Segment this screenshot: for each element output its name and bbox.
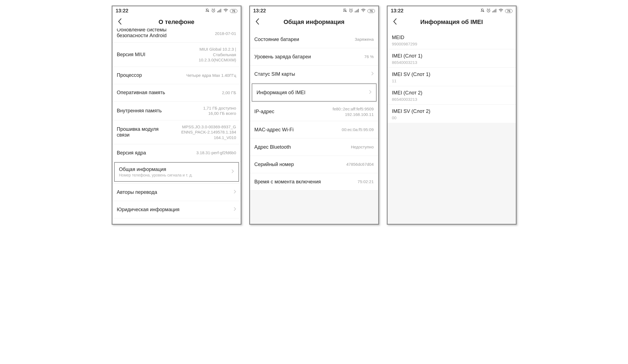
header: Общая информация — [250, 14, 378, 31]
signal-icon — [355, 9, 359, 13]
battery-indicator: 76 — [230, 9, 237, 13]
svg-rect-9 — [357, 10, 358, 12]
back-button[interactable] — [253, 18, 262, 26]
row-storage[interactable]: Внутренняя память 1,71 ГБ доступно16,00 … — [112, 102, 241, 120]
page-title: Общая информация — [262, 18, 366, 26]
row-serial-number[interactable]: Серийный номер 47856dc67d04 — [250, 156, 378, 173]
row-legal[interactable]: Юридическая информация — [112, 201, 241, 218]
chevron-right-icon — [369, 90, 372, 96]
wifi-icon — [498, 9, 503, 13]
chevron-right-icon — [234, 189, 236, 195]
row-translators[interactable]: Авторы перевода — [112, 183, 241, 201]
row-mac-address[interactable]: MAC-адрес Wi-Fi 00:ec:0a:f5:95:09 — [250, 121, 378, 138]
status-bar: 13:22 76 — [388, 6, 516, 14]
wifi-icon — [223, 9, 228, 13]
battery-level-value: 76 % — [314, 54, 374, 59]
signal-icon — [492, 9, 497, 13]
row-cpu[interactable]: Процессор Четыре ядра Max 1.40ГГц — [112, 67, 241, 84]
row-battery-level[interactable]: Уровень заряда батареи 76 % — [250, 48, 378, 66]
miui-value: MIUI Global 10.2.3 |Стабильная10.2.3.0(N… — [148, 47, 236, 63]
phone-screen-imei-info: 13:22 76 Информация об IMEI MEID 9900098… — [387, 6, 517, 225]
empty-area — [250, 191, 378, 224]
phone-screen-general-info: 13:22 76 Общая информация Состояние бата… — [249, 6, 379, 225]
row-security-update[interactable]: Обновление системыбезопасности Android 2… — [112, 29, 241, 43]
back-button[interactable] — [115, 18, 125, 26]
uptime-value: 75:02:21 — [324, 179, 374, 184]
bt-value: Недоступно — [294, 144, 374, 150]
row-imeisv-slot1[interactable]: IMEI SV (Слот 1) 11 — [388, 68, 516, 86]
svg-point-17 — [501, 11, 501, 12]
empty-area — [388, 123, 516, 224]
signal-icon — [217, 9, 222, 13]
imei-list[interactable]: MEID 99000987299 IMEI (Слот 1) 865400032… — [388, 31, 516, 224]
row-battery-state[interactable]: Состояние батареи Заряжена — [250, 31, 378, 48]
status-time: 13:22 — [391, 8, 404, 14]
svg-rect-8 — [356, 10, 356, 12]
battery-indicator: 76 — [505, 9, 512, 13]
svg-rect-15 — [495, 10, 495, 12]
header: О телефоне — [112, 14, 241, 31]
ram-value: 2,00 ГБ — [168, 90, 236, 96]
svg-rect-1 — [217, 11, 218, 12]
chevron-right-icon — [371, 71, 374, 77]
mute-icon — [480, 8, 485, 14]
highlighted-imei-info: Информация об IMEI — [252, 83, 377, 102]
page-title: О телефоне — [125, 18, 229, 26]
security-update-value: 2018-07-01 — [169, 31, 236, 36]
row-imei-info[interactable]: Информация об IMEI — [252, 84, 376, 101]
mute-icon — [205, 8, 210, 14]
alarm-icon — [211, 8, 216, 14]
status-bar: 13:22 76 — [112, 6, 241, 14]
svg-rect-13 — [492, 11, 493, 12]
wifi-icon — [361, 9, 366, 13]
row-imeisv-slot2[interactable]: IMEI SV (Слот 2) 00 — [388, 105, 516, 123]
imei2-value: 86540003213 — [392, 97, 511, 102]
storage-value: 1,71 ГБ доступно16,00 ГБ всего — [165, 105, 236, 116]
page-title: Информация об IMEI — [400, 18, 504, 26]
row-sim-status[interactable]: Статус SIM карты — [250, 66, 378, 83]
imeisv2-value: 00 — [392, 115, 511, 120]
phone-screen-about: 13:22 76 О телефоне Обновление системыбе… — [112, 6, 241, 225]
kernel-value: 3.18.31-perf-gf2fd6b0 — [149, 150, 236, 156]
row-ip-address[interactable]: IP-адрес fe80::2ec:aff:fef5:9509192.168.… — [250, 102, 378, 121]
mac-value: 00:ec:0a:f5:95:09 — [296, 127, 374, 132]
svg-rect-7 — [355, 11, 355, 12]
status-time: 13:22 — [253, 8, 266, 14]
svg-point-11 — [363, 11, 364, 12]
row-bluetooth-address[interactable]: Адрес Bluetooth Недоступно — [250, 138, 378, 156]
meid-value: 99000987299 — [392, 42, 511, 46]
status-time: 13:22 — [116, 8, 128, 14]
cpu-value: Четыре ядра Max 1.40ГГц — [145, 73, 236, 78]
row-uptime[interactable]: Время с момента включения 75:02:21 — [250, 173, 378, 191]
row-miui-version[interactable]: Версия MIUI MIUI Global 10.2.3 |Стабильн… — [112, 43, 241, 67]
header: Информация об IMEI — [388, 14, 516, 31]
row-imei-slot2[interactable]: IMEI (Слот 2) 86540003213 — [388, 86, 516, 105]
imei1-value: 86540003213 — [392, 60, 511, 65]
chevron-right-icon — [231, 169, 234, 175]
row-baseband[interactable]: Прошивка модулясвязи MPSS.JO.3.0-00369-8… — [112, 120, 241, 145]
serial-value: 47856dc67d04 — [297, 162, 374, 167]
row-kernel[interactable]: Версия ядра 3.18.31-perf-gf2fd6b0 — [112, 144, 241, 162]
imeisv1-value: 11 — [392, 78, 511, 83]
battery-state-value: Заряжена — [302, 37, 374, 42]
status-icons: 76 — [480, 8, 512, 14]
row-safety[interactable]: Информация о безопасности — [112, 218, 241, 224]
svg-rect-14 — [493, 10, 494, 12]
row-imei-slot1[interactable]: IMEI (Слот 1) 86540003213 — [388, 49, 516, 68]
svg-point-5 — [226, 11, 226, 12]
svg-rect-3 — [219, 10, 220, 12]
ip-value: fe80::2ec:aff:fef5:9509192.168.100.11 — [277, 106, 374, 117]
alarm-icon — [486, 8, 491, 14]
svg-rect-10 — [358, 9, 359, 12]
status-bar: 13:22 76 — [250, 6, 378, 14]
row-meid[interactable]: MEID 99000987299 — [388, 31, 516, 49]
back-button[interactable] — [390, 18, 400, 26]
alarm-icon — [349, 8, 353, 14]
row-general-info[interactable]: Общая информация Номер телефона, уровень… — [115, 163, 238, 181]
status-icons: 76 — [343, 8, 375, 14]
settings-list[interactable]: Состояние батареи Заряжена Уровень заряд… — [250, 31, 378, 224]
status-icons: 76 — [205, 8, 237, 14]
settings-list[interactable]: Обновление системыбезопасности Android 2… — [112, 29, 241, 224]
svg-rect-4 — [221, 9, 221, 12]
row-ram[interactable]: Оперативная память 2,00 ГБ — [112, 84, 241, 102]
